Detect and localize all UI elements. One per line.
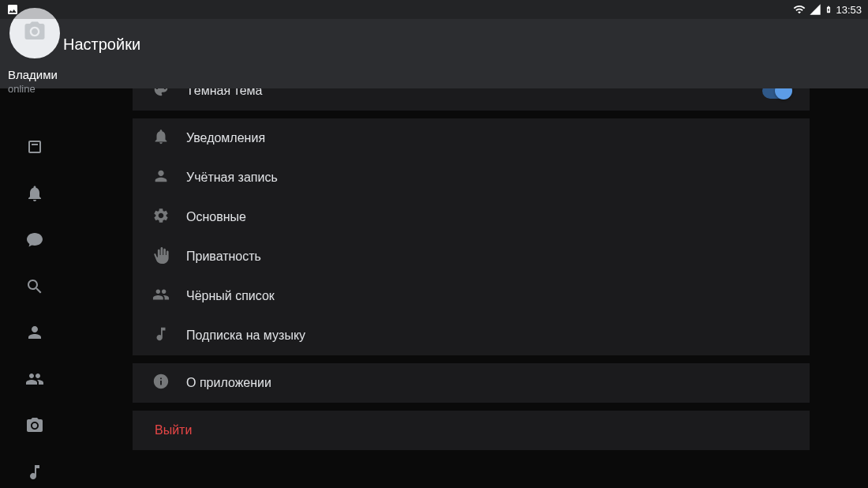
wifi-icon (793, 3, 806, 16)
bell-icon (25, 184, 44, 206)
battery-charging-icon (825, 3, 832, 16)
row-blacklist[interactable]: Чёрный список (133, 276, 810, 316)
about-label: О приложении (186, 376, 791, 390)
row-account[interactable]: Учётная запись (133, 158, 810, 197)
nav-friends[interactable] (17, 366, 52, 396)
blacklist-label: Чёрный список (186, 289, 791, 303)
nav-feed[interactable] (17, 134, 52, 163)
account-label: Учётная запись (186, 171, 791, 185)
gear-icon (152, 207, 170, 227)
row-about[interactable]: О приложении (133, 363, 810, 403)
group-logout: Выйти (133, 411, 810, 450)
nav-music[interactable] (17, 459, 52, 488)
person-row-icon (152, 167, 170, 188)
camera-icon (23, 20, 47, 47)
settings-main: Тёмная тема Уведомления Учётная запись О… (133, 71, 810, 488)
nav-search[interactable] (17, 273, 52, 302)
nav-messages[interactable] (17, 227, 52, 257)
search-icon (25, 277, 44, 299)
privacy-label: Приватность (186, 250, 791, 264)
nav-notifications[interactable] (17, 181, 52, 210)
row-logout[interactable]: Выйти (133, 411, 810, 450)
people-row-icon (152, 286, 170, 306)
profile-status: online (8, 83, 62, 95)
hand-icon (152, 246, 170, 267)
screenshot-icon (6, 3, 19, 16)
feed-icon (25, 137, 44, 160)
bell-row-icon (152, 128, 170, 148)
nav-rail (0, 88, 69, 488)
chat-icon (25, 231, 44, 253)
row-music-sub[interactable]: Подписка на музыку (133, 316, 810, 355)
nav-photos[interactable] (17, 413, 52, 442)
general-label: Основные (186, 210, 791, 224)
page-title: Настройки (63, 36, 140, 54)
info-icon (152, 373, 170, 393)
profile-block[interactable]: Владими online (8, 6, 62, 95)
notifications-label: Уведомления (186, 131, 791, 145)
status-bar: 13:53 (0, 0, 868, 19)
person-icon (25, 323, 44, 345)
row-general[interactable]: Основные (133, 197, 810, 237)
people-icon (25, 370, 44, 392)
music-nav-icon (25, 463, 44, 485)
music-row-icon (152, 325, 170, 346)
row-notifications[interactable]: Уведомления (133, 118, 810, 158)
clock: 13:53 (836, 4, 862, 16)
camera-nav-icon (25, 416, 44, 438)
nav-profile[interactable] (17, 320, 52, 349)
group-main: Уведомления Учётная запись Основные Прив… (133, 118, 810, 355)
row-privacy[interactable]: Приватность (133, 237, 810, 276)
signal-icon (809, 3, 821, 16)
logout-label: Выйти (152, 423, 791, 437)
group-about: О приложении (133, 363, 810, 403)
music-sub-label: Подписка на музыку (186, 328, 791, 343)
profile-name: Владими (8, 68, 62, 81)
